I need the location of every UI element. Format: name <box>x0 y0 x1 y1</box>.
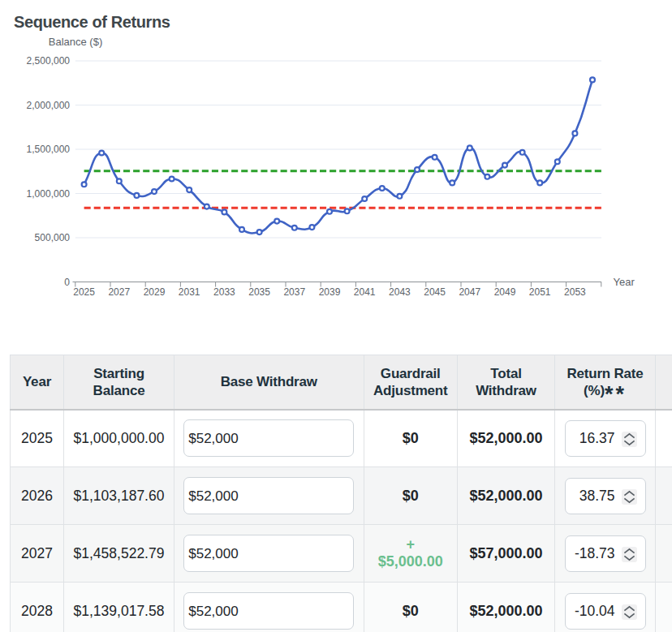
svg-text:2047: 2047 <box>459 286 480 298</box>
svg-text:2,000,000: 2,000,000 <box>27 100 71 111</box>
svg-text:1,000,000: 1,000,000 <box>27 188 71 200</box>
svg-text:2037: 2037 <box>283 286 305 298</box>
svg-text:2045: 2045 <box>424 286 446 298</box>
svg-text:2027: 2027 <box>108 286 130 298</box>
svg-text:2025: 2025 <box>73 286 95 298</box>
svg-text:2041: 2041 <box>354 286 376 298</box>
svg-text:Year: Year <box>614 276 635 288</box>
svg-text:0: 0 <box>64 277 70 288</box>
svg-text:2039: 2039 <box>319 286 341 298</box>
svg-text:1,500,000: 1,500,000 <box>27 144 71 155</box>
svg-text:500,000: 500,000 <box>35 232 71 243</box>
svg-text:2035: 2035 <box>248 286 270 298</box>
svg-text:2051: 2051 <box>529 286 551 298</box>
svg-text:2031: 2031 <box>179 286 200 298</box>
svg-text:2049: 2049 <box>494 286 516 298</box>
svg-text:2053: 2053 <box>564 286 586 298</box>
svg-text:2043: 2043 <box>389 286 411 298</box>
svg-text:2,500,000: 2,500,000 <box>27 55 71 67</box>
svg-text:2033: 2033 <box>213 286 235 298</box>
svg-text:Balance ($): Balance ($) <box>49 36 102 48</box>
svg-text:2029: 2029 <box>144 286 166 298</box>
